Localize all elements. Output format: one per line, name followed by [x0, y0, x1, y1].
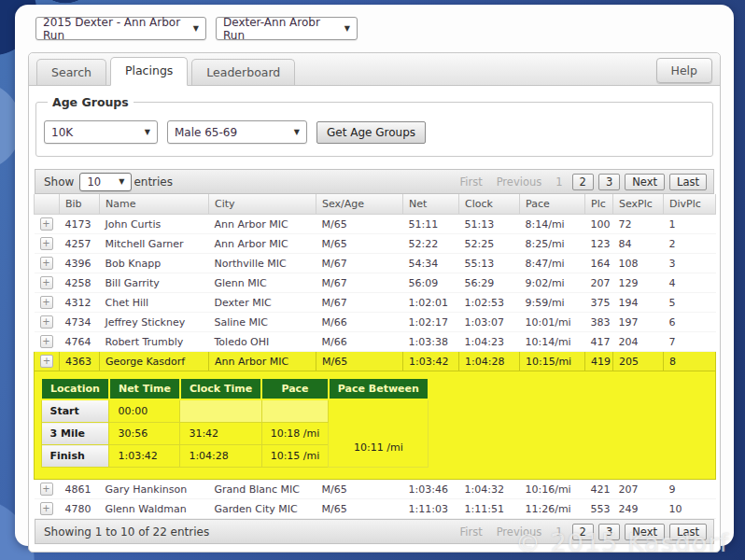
- pagination-page-3[interactable]: 3: [598, 174, 620, 190]
- cell-sexage: M/67: [316, 254, 403, 273]
- cell-city: Saline MIC: [209, 313, 316, 332]
- chevron-down-icon: ▼: [145, 128, 150, 136]
- cell-clock: 1:03:07: [459, 313, 520, 332]
- expand-cell: +: [35, 313, 60, 332]
- cell-sexplc: 205: [613, 352, 664, 371]
- cell-clock: 55:13: [459, 254, 520, 273]
- split-col-location: Location: [41, 378, 109, 399]
- expand-cell: +: [35, 352, 60, 371]
- table-row: +4258Bill GarrityGlenn MICM/6756:0956:29…: [35, 273, 716, 293]
- pagination-next[interactable]: Next: [625, 174, 665, 190]
- cell-sexplc: 108: [613, 254, 664, 273]
- tab-placings[interactable]: Placings: [110, 57, 188, 86]
- pagination-last[interactable]: Last: [669, 174, 707, 190]
- cell-sexage: M/65: [316, 480, 403, 499]
- pagination-last[interactable]: Last: [669, 524, 707, 540]
- cell-pace: 8:25/mi: [520, 234, 585, 254]
- cell-plc: 100: [585, 215, 613, 234]
- table-row: +4312Chet HillDexter MICM/671:02:011:02:…: [35, 293, 716, 313]
- cell-city: Garden City MIC: [209, 499, 316, 519]
- split-pace: 10:15 /mi: [261, 445, 329, 468]
- expand-row-icon[interactable]: +: [40, 483, 53, 496]
- col-sexplc: SexPlc: [613, 194, 664, 215]
- get-age-groups-button[interactable]: Get Age Groups: [316, 121, 426, 144]
- expand-row-icon[interactable]: +: [40, 276, 53, 289]
- page-length-select[interactable]: 10 ▼: [79, 173, 132, 191]
- division-select[interactable]: Male 65-69 ▼: [167, 120, 307, 144]
- split-clock: 31:42: [180, 423, 261, 445]
- cell-sexage: M/66: [316, 332, 403, 352]
- cell-plc: 207: [585, 273, 613, 293]
- pagination-first: First: [455, 524, 486, 540]
- expand-row-icon[interactable]: +: [40, 296, 53, 309]
- expand-row-icon[interactable]: +: [40, 502, 53, 515]
- cell-name: Bill Garrity: [100, 273, 209, 293]
- results-table: Bib Name City Sex/Age Net Clock Pace Plc…: [34, 194, 716, 519]
- cell-bib: 4764: [60, 332, 100, 352]
- race-select-row: 2015 Dexter - Ann Arbor Run ▼ Dexter-Ann…: [15, 5, 734, 40]
- cell-net: 52:22: [403, 234, 459, 254]
- cell-sexage: M/66: [316, 313, 403, 332]
- col-city: City: [209, 194, 316, 215]
- cell-pace: 10:16/mi: [520, 480, 585, 499]
- split-col-pace: Pace: [261, 378, 329, 399]
- cell-bib: 4173: [60, 215, 100, 234]
- help-button[interactable]: Help: [656, 58, 713, 83]
- cell-sexplc: 249: [613, 499, 664, 519]
- expand-cell: +: [35, 480, 60, 499]
- cell-plc: 419: [585, 352, 613, 371]
- expand-row-icon[interactable]: +: [40, 257, 53, 270]
- expand-row-icon[interactable]: +: [40, 355, 53, 368]
- distance-select[interactable]: 10K ▼: [44, 120, 158, 144]
- cell-net: 1:02:17: [403, 313, 459, 332]
- main-panel: 2015 Dexter - Ann Arbor Run ▼ Dexter-Ann…: [15, 5, 734, 546]
- split-pace-between: 10:11 /mi: [329, 399, 429, 468]
- placings-tab-content: Age Groups 10K ▼ Male 65-69 ▼ Get Age Gr…: [29, 86, 720, 552]
- expand-cell: +: [35, 499, 60, 519]
- cell-net: 1:03:38: [403, 332, 459, 352]
- cell-plc: 383: [585, 313, 613, 332]
- expand-row-icon[interactable]: +: [40, 335, 53, 348]
- expand-row-icon[interactable]: +: [40, 217, 53, 231]
- cell-city: Toledo OHI: [209, 332, 316, 352]
- cell-name: George Kasdorf: [100, 352, 209, 371]
- table-row: +4734Jeffrey StickneySaline MICM/661:02:…: [35, 313, 716, 332]
- chevron-down-icon: ▼: [193, 24, 199, 33]
- race-event-select[interactable]: Dexter-Ann Arobr Run ▼: [216, 17, 358, 40]
- cell-divplc: 6: [664, 313, 716, 332]
- cell-name: Chet Hill: [100, 293, 209, 313]
- cell-clock: 1:04:23: [459, 332, 520, 352]
- cell-name: Bob Knapp: [100, 254, 209, 273]
- entries-label: entries: [134, 175, 173, 189]
- col-name: Name: [100, 194, 209, 215]
- pagination-page-2[interactable]: 2: [572, 524, 594, 540]
- cell-city: Glenn MIC: [209, 273, 316, 293]
- race-year-select[interactable]: 2015 Dexter - Ann Arbor Run ▼: [35, 17, 206, 40]
- col-divplc: DivPlc: [664, 194, 716, 215]
- cell-net: 54:34: [403, 254, 459, 273]
- expand-row-icon[interactable]: +: [40, 237, 53, 250]
- pagination-page-2[interactable]: 2: [572, 174, 594, 190]
- cell-divplc: 5: [664, 293, 716, 313]
- col-net: Net: [403, 194, 459, 215]
- tab-search[interactable]: Search: [36, 59, 106, 85]
- table-row: +4173John CurtisAnn Arbor MICM/6551:1151…: [35, 215, 716, 234]
- cell-bib: 4734: [60, 313, 100, 332]
- cell-clock: 1:04:28: [459, 352, 520, 371]
- split-location: 3 Mile: [41, 423, 109, 445]
- cell-clock: 1:02:53: [459, 293, 520, 313]
- pagination-previous: Previous: [492, 174, 547, 190]
- cell-bib: 4258: [60, 273, 100, 293]
- table-row: +4396Bob KnappNorthville MICM/6754:3455:…: [35, 254, 716, 273]
- split-pace: [261, 399, 329, 423]
- cell-bib: 4396: [60, 254, 100, 273]
- split-clock: [180, 399, 261, 423]
- expand-row-icon[interactable]: +: [40, 315, 53, 329]
- pagination-next[interactable]: Next: [625, 524, 665, 540]
- cell-name: Robert Trumbly: [100, 332, 209, 352]
- cell-sexplc: 84: [613, 234, 664, 254]
- tab-leaderboard[interactable]: Leaderboard: [191, 59, 295, 85]
- pagination-page-3[interactable]: 3: [598, 524, 620, 540]
- results-header-row: Bib Name City Sex/Age Net Clock Pace Plc…: [35, 194, 716, 215]
- split-net: 00:00: [109, 399, 180, 423]
